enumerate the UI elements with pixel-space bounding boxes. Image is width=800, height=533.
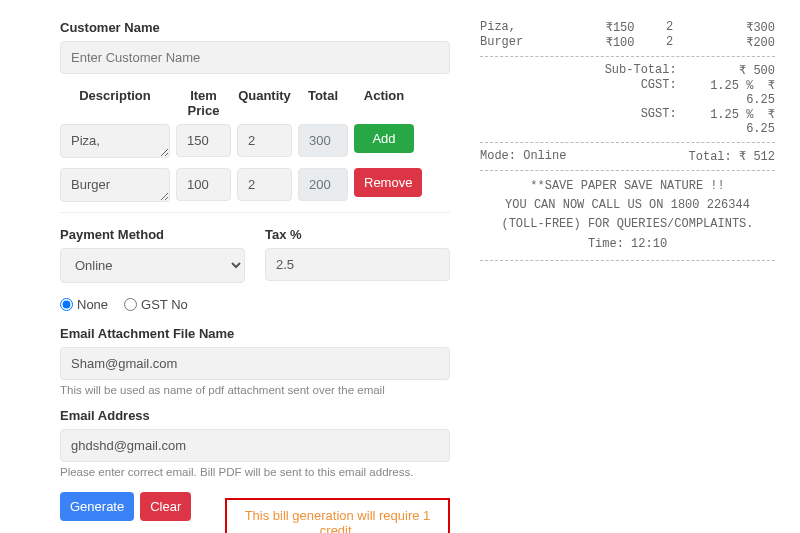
item-desc-input[interactable]: Burger xyxy=(60,168,170,202)
email-hint: Please enter correct email. Bill PDF wil… xyxy=(60,466,450,478)
gst-no-label: GST No xyxy=(141,297,188,312)
receipt-divider xyxy=(480,56,775,57)
hdr-total: Total xyxy=(298,88,348,118)
gst-none-option[interactable]: None xyxy=(60,297,108,312)
gst-radio-group: None GST No xyxy=(60,297,450,312)
receipt-divider xyxy=(480,170,775,171)
receipt-total-line: Mode: Online Total: ₹ 512 xyxy=(480,149,775,164)
receipt-item: Piza, ₹150 2 ₹300 xyxy=(480,20,775,35)
attachment-hint: This will be used as name of pdf attachm… xyxy=(60,384,450,396)
gst-no-option[interactable]: GST No xyxy=(124,297,188,312)
payment-method-label: Payment Method xyxy=(60,227,245,242)
item-price-input[interactable] xyxy=(176,124,231,157)
item-qty-input[interactable] xyxy=(237,124,292,157)
item-price-input[interactable] xyxy=(176,168,231,201)
item-row: Piza, Add xyxy=(60,124,450,158)
hdr-action: Action xyxy=(354,88,414,118)
item-qty-input[interactable] xyxy=(237,168,292,201)
add-button[interactable]: Add xyxy=(354,124,414,153)
gst-none-radio[interactable] xyxy=(60,298,73,311)
tax-input[interactable] xyxy=(265,248,450,281)
receipt-divider xyxy=(480,260,775,261)
gst-no-radio[interactable] xyxy=(124,298,137,311)
attachment-input[interactable] xyxy=(60,347,450,380)
customer-name-label: Customer Name xyxy=(60,20,450,35)
receipt-sgst: SGST:1.25 % ₹ 6.25 xyxy=(480,107,775,136)
hdr-qty: Quantity xyxy=(237,88,292,118)
receipt-footer: **SAVE PAPER SAVE NATURE !! YOU CAN NOW … xyxy=(480,177,775,254)
email-input[interactable] xyxy=(60,429,450,462)
hdr-price: Item Price xyxy=(176,88,231,118)
item-row: Burger Remove xyxy=(60,168,450,202)
remove-button[interactable]: Remove xyxy=(354,168,422,197)
tax-label: Tax % xyxy=(265,227,450,242)
credit-note: This bill generation will require 1 cred… xyxy=(225,498,450,533)
email-label: Email Address xyxy=(60,408,450,423)
gst-none-label: None xyxy=(77,297,108,312)
clear-button[interactable]: Clear xyxy=(140,492,191,521)
items-header: Description Item Price Quantity Total Ac… xyxy=(60,88,450,118)
item-total xyxy=(298,124,348,157)
attachment-label: Email Attachment File Name xyxy=(60,326,450,341)
item-total xyxy=(298,168,348,201)
receipt-subtotal: Sub-Total:₹ 500 xyxy=(480,63,775,78)
receipt-divider xyxy=(480,142,775,143)
receipt-preview: Piza, ₹150 2 ₹300 Burger ₹100 2 ₹200 Sub… xyxy=(470,0,790,533)
payment-method-select[interactable]: Online xyxy=(60,248,245,283)
receipt-item: Burger ₹100 2 ₹200 xyxy=(480,35,775,50)
divider xyxy=(60,212,450,213)
generate-button[interactable]: Generate xyxy=(60,492,134,521)
hdr-description: Description xyxy=(60,88,170,118)
item-desc-input[interactable]: Piza, xyxy=(60,124,170,158)
receipt-cgst: CGST:1.25 % ₹ 6.25 xyxy=(480,78,775,107)
customer-name-input[interactable] xyxy=(60,41,450,74)
